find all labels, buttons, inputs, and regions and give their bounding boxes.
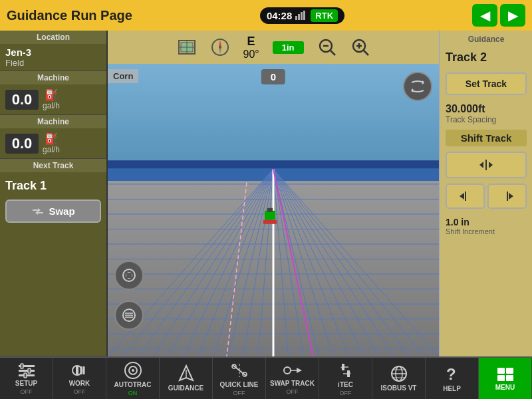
- machine1-section: Machine 0.0 ⛽ gal/h: [0, 71, 106, 115]
- menu-icon: [496, 366, 515, 382]
- toolbar-menu[interactable]: MENU: [479, 358, 532, 399]
- next-track-content: Track 1 Swap: [0, 172, 106, 227]
- fuel-icon: ⛽: [45, 88, 58, 101]
- field-canvas: [108, 64, 439, 356]
- swap-icon: [31, 207, 45, 216]
- swap-track-overlay-button[interactable]: [403, 72, 432, 101]
- next-track-section: Next Track Track 1 Swap: [0, 159, 106, 356]
- location-label: Location: [0, 31, 106, 44]
- nav-forward-button[interactable]: ▶: [500, 4, 525, 27]
- left-panel: Location Jen-3 Field Machine 0.0 ⛽ gal/h…: [0, 31, 108, 356]
- isobus-label: ISOBUS VT: [381, 384, 417, 392]
- swaptrack-status: OFF: [287, 388, 299, 395]
- toolbar-help[interactable]: ? HELP: [426, 358, 479, 399]
- shift-increment-value: 1.0 in: [446, 217, 527, 227]
- svg-line-13: [330, 50, 335, 55]
- guidance-section-label: Guidance: [446, 35, 527, 44]
- svg-rect-36: [21, 364, 23, 368]
- heading-indicator: 0: [261, 69, 285, 84]
- track-spacing-label: Track Spacing: [446, 115, 527, 124]
- svg-rect-21: [126, 273, 132, 278]
- machine1-unit: ⛽ gal/h: [43, 88, 60, 110]
- machine2-row: 0.0 ⛽ gal/h: [0, 128, 106, 158]
- shift-right-icon: [500, 190, 515, 202]
- svg-rect-66: [506, 368, 513, 374]
- svg-marker-28: [489, 162, 493, 168]
- svg-point-11: [219, 46, 221, 49]
- svg-rect-65: [497, 368, 505, 374]
- shift-center-icon: [477, 158, 495, 172]
- layers-button[interactable]: [114, 301, 144, 330]
- svg-marker-54: [297, 368, 302, 373]
- svg-rect-67: [497, 375, 505, 381]
- direction-display: E 90°: [243, 35, 259, 61]
- nav-back-button[interactable]: ◀: [472, 4, 497, 27]
- toolbar-autotrac[interactable]: AUTOTRAC ON: [106, 358, 160, 399]
- rtk-badge: RTK: [311, 9, 338, 22]
- crop-label: Corn: [108, 69, 138, 83]
- quickline-status: OFF: [233, 390, 245, 396]
- guidance-label: GUIDANCE: [168, 384, 203, 392]
- setup-status: OFF: [21, 388, 33, 395]
- shift-right-button[interactable]: [487, 184, 527, 209]
- next-track-label: Next Track: [0, 159, 106, 172]
- next-track-value: Track 1: [5, 176, 101, 196]
- fuel2-icon: ⛽: [45, 132, 58, 145]
- location-section: Location Jen-3 Field: [0, 31, 106, 71]
- track-spacing-value: 30.000ft: [446, 103, 527, 115]
- work-icon: [70, 362, 89, 378]
- machine2-unit-label: gal/h: [43, 145, 60, 154]
- toolbar-itec[interactable]: iTEC OFF: [319, 358, 372, 399]
- machine1-row: 0.0 ⛽ gal/h: [0, 84, 106, 114]
- toolbar-swaptrack[interactable]: SWAP TRACK OFF: [266, 358, 319, 399]
- svg-rect-1: [298, 14, 300, 20]
- record-button[interactable]: [114, 261, 144, 290]
- page-title: Guidance Run Page: [7, 8, 132, 23]
- shift-increment-label: Shift Increment: [446, 227, 527, 235]
- autotrac-status: ON: [128, 390, 138, 396]
- track-name: Track 2: [446, 51, 527, 65]
- swap-button[interactable]: Swap: [5, 200, 101, 223]
- shift-left-button[interactable]: [446, 184, 485, 209]
- svg-marker-32: [509, 193, 513, 200]
- shift-increment-display: 1.0 in Shift Increment: [446, 217, 527, 235]
- heading-value: 0: [271, 71, 276, 82]
- swaptrack-label: SWAP TRACK: [270, 380, 315, 387]
- autotrac-icon: [124, 361, 142, 380]
- svg-text:?: ?: [446, 365, 456, 383]
- signal-icon: [295, 11, 307, 20]
- svg-point-52: [284, 367, 291, 374]
- svg-rect-38: [24, 373, 27, 378]
- main-area: Location Jen-3 Field Machine 0.0 ⛽ gal/h…: [0, 31, 532, 356]
- machine2-label: Machine: [0, 115, 106, 128]
- setup-label: SETUP: [15, 380, 37, 387]
- machine1-value: 0.0: [5, 90, 39, 110]
- zoom-in-button[interactable]: [350, 37, 370, 57]
- map-area: E 90° 1in Co: [108, 31, 439, 356]
- shift-center-button[interactable]: [446, 152, 527, 178]
- help-label: HELP: [443, 385, 461, 392]
- toolbar-setup[interactable]: SETUP OFF: [0, 358, 53, 399]
- header-nav: ◀ ▶: [472, 4, 525, 27]
- swap-label: Swap: [49, 205, 74, 217]
- toolbar-quickline[interactable]: QUICK LINE OFF: [213, 358, 266, 399]
- direction-letter: E: [243, 35, 259, 49]
- setup-icon: [17, 362, 36, 378]
- itec-label: iTEC: [338, 381, 353, 388]
- header-center: 04:28 RTK: [260, 7, 344, 24]
- guidance-icon: [177, 364, 196, 383]
- toolbar-work[interactable]: WORK OFF: [53, 358, 106, 399]
- svg-rect-34: [19, 370, 35, 372]
- location-name: Jen-3: [5, 47, 101, 58]
- shift-left-icon: [458, 190, 473, 202]
- svg-marker-30: [460, 193, 464, 200]
- toolbar-guidance[interactable]: GUIDANCE: [160, 358, 213, 399]
- machine1-unit-label: gal/h: [43, 101, 60, 110]
- set-track-button[interactable]: Set Track: [446, 72, 527, 95]
- field-view-button[interactable]: [177, 37, 197, 57]
- swaptrack-icon: [282, 362, 303, 378]
- toolbar-isobus[interactable]: ISOBUS VT: [372, 358, 426, 399]
- compass-button[interactable]: [210, 37, 230, 57]
- zoom-out-button[interactable]: [317, 37, 337, 57]
- location-content: Jen-3 Field: [0, 44, 106, 70]
